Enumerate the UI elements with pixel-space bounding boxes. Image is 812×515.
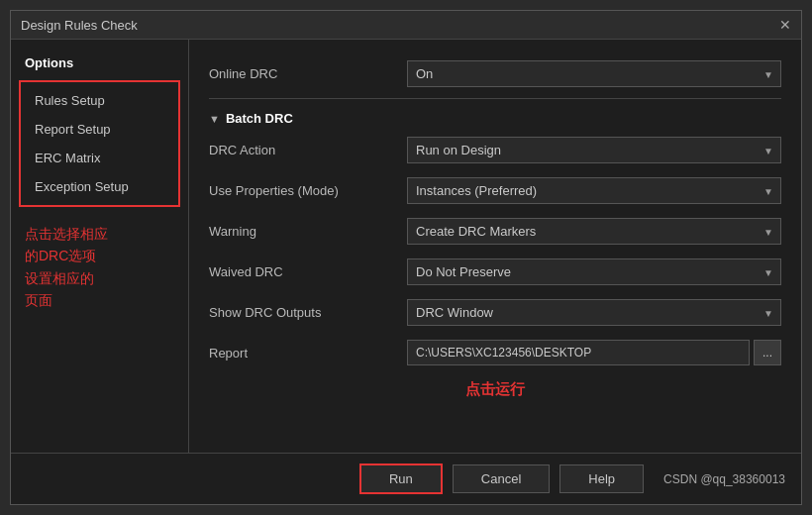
batch-drc-chevron: ▼ bbox=[209, 113, 220, 125]
footer: Run Cancel Help CSDN @qq_38360013 bbox=[11, 453, 801, 504]
report-browse-button[interactable]: ... bbox=[754, 340, 781, 365]
waived-drc-label: Waived DRC bbox=[209, 264, 397, 279]
waived-drc-select[interactable]: Do Not Preserve Preserve bbox=[407, 258, 781, 285]
warning-select[interactable]: Create DRC Markers Ignore bbox=[407, 218, 781, 245]
waived-drc-dropdown-wrapper: Do Not Preserve Preserve ▼ bbox=[407, 258, 781, 285]
waived-drc-row: Waived DRC Do Not Preserve Preserve ▼ bbox=[209, 252, 781, 292]
divider-1 bbox=[209, 98, 781, 99]
main-content: Online DRC On Off ▼ ▼ Batch DRC DRC Acti… bbox=[189, 40, 801, 453]
show-drc-outputs-select[interactable]: DRC Window None bbox=[407, 299, 781, 326]
show-drc-outputs-dropdown-wrapper: DRC Window None ▼ bbox=[407, 299, 781, 326]
drc-action-dropdown-wrapper: Run on Design Run on Selected ▼ bbox=[407, 137, 781, 163]
report-label: Report bbox=[209, 346, 397, 360]
sidebar-item-rules-setup[interactable]: Rules Setup bbox=[21, 86, 178, 115]
dialog-body: Options Rules Setup Report Setup ERC Mat… bbox=[11, 40, 801, 453]
online-drc-label: Online DRC bbox=[209, 66, 397, 81]
sidebar-header: Options bbox=[11, 50, 188, 80]
sidebar-item-erc-matrix[interactable]: ERC Matrix bbox=[21, 144, 178, 172]
use-properties-dropdown-wrapper: Instances (Preferred) Properties ▼ bbox=[407, 177, 781, 204]
drc-action-select[interactable]: Run on Design Run on Selected bbox=[407, 137, 781, 163]
help-button[interactable]: Help bbox=[559, 464, 644, 493]
sidebar-item-exception-setup[interactable]: Exception Setup bbox=[21, 172, 178, 201]
report-input[interactable] bbox=[407, 340, 750, 365]
warning-label: Warning bbox=[209, 224, 397, 239]
watermark: CSDN @qq_38360013 bbox=[663, 472, 785, 486]
title-bar: Design Rules Check ✕ bbox=[11, 11, 801, 40]
use-properties-select[interactable]: Instances (Preferred) Properties bbox=[407, 177, 781, 204]
batch-drc-header: ▼ Batch DRC bbox=[209, 103, 781, 130]
run-annotation: 点击运行 bbox=[209, 372, 781, 401]
use-properties-label: Use Properties (Mode) bbox=[209, 183, 397, 198]
warning-row: Warning Create DRC Markers Ignore ▼ bbox=[209, 211, 781, 252]
warning-dropdown-wrapper: Create DRC Markers Ignore ▼ bbox=[407, 218, 781, 245]
online-drc-select[interactable]: On Off bbox=[407, 60, 781, 87]
sidebar-annotation: 点击选择相应的DRC选项设置相应的页面 bbox=[11, 207, 188, 312]
drc-action-label: DRC Action bbox=[209, 143, 397, 157]
sidebar-item-report-setup[interactable]: Report Setup bbox=[21, 115, 178, 144]
report-row: Report ... bbox=[209, 333, 781, 372]
dialog: Design Rules Check ✕ Options Rules Setup… bbox=[10, 10, 802, 505]
drc-action-row: DRC Action Run on Design Run on Selected… bbox=[209, 130, 781, 170]
report-input-wrapper: ... bbox=[407, 340, 781, 365]
show-drc-outputs-row: Show DRC Outputs DRC Window None ▼ bbox=[209, 292, 781, 333]
show-drc-outputs-label: Show DRC Outputs bbox=[209, 305, 397, 320]
online-drc-row: Online DRC On Off ▼ bbox=[209, 53, 781, 94]
sidebar-items-box: Rules Setup Report Setup ERC Matrix Exce… bbox=[19, 80, 180, 207]
sidebar: Options Rules Setup Report Setup ERC Mat… bbox=[11, 40, 189, 453]
online-drc-dropdown-wrapper: On Off ▼ bbox=[407, 60, 781, 87]
use-properties-row: Use Properties (Mode) Instances (Preferr… bbox=[209, 170, 781, 211]
run-button[interactable]: Run bbox=[359, 464, 443, 494]
dialog-title: Design Rules Check bbox=[21, 18, 138, 33]
close-button[interactable]: ✕ bbox=[779, 17, 791, 33]
batch-drc-label: Batch DRC bbox=[226, 111, 293, 126]
cancel-button[interactable]: Cancel bbox=[453, 464, 550, 493]
